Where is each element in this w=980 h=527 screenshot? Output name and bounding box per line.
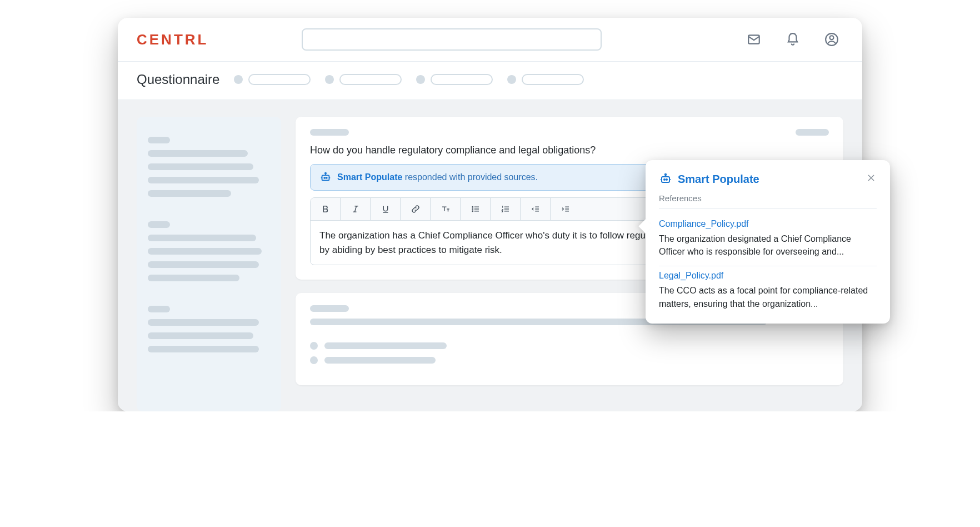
svg-point-12 [666, 179, 667, 180]
sp-rest: responded with provided sources. [402, 172, 538, 182]
card-placeholder [310, 305, 349, 312]
reference-excerpt: The organization designated a Chief Comp… [659, 232, 877, 258]
sidebar-item[interactable] [148, 163, 253, 170]
svg-point-6 [325, 173, 326, 174]
sp-label: Smart Populate [337, 172, 402, 182]
search-input[interactable] [302, 28, 602, 51]
link-button[interactable] [401, 198, 431, 220]
app-shell: CENTRL Questionnaire [118, 18, 862, 411]
references-label: References [659, 193, 877, 209]
sidebar-item[interactable] [148, 235, 256, 241]
sidebar-item[interactable] [148, 150, 248, 157]
robot-icon [319, 171, 332, 183]
sidebar-item[interactable] [148, 346, 259, 352]
mail-icon[interactable] [742, 28, 766, 51]
reference-item: Compliance_Policy.pdf The organization d… [659, 215, 877, 266]
step-indicator [507, 74, 584, 85]
sidebar-placeholder [148, 221, 170, 228]
close-button[interactable] [866, 172, 877, 186]
sidebar-item[interactable] [148, 332, 253, 339]
sidebar-placeholder [148, 306, 170, 312]
underline-button[interactable] [371, 198, 401, 220]
indent-button[interactable] [551, 198, 581, 220]
sidebar-placeholder [148, 137, 170, 143]
page-title: Questionnaire [137, 72, 219, 87]
sidebar [137, 117, 281, 411]
svg-point-5 [326, 177, 327, 178]
numbered-list-button[interactable] [491, 198, 521, 220]
sidebar-item[interactable] [148, 190, 231, 197]
bold-button[interactable] [311, 198, 341, 220]
sidebar-item[interactable] [148, 261, 259, 268]
step-indicator [416, 74, 493, 85]
reference-link[interactable]: Legal_Policy.pdf [659, 271, 723, 280]
bell-icon[interactable] [781, 28, 804, 51]
svg-point-11 [664, 179, 665, 180]
svg-point-13 [665, 174, 666, 175]
svg-point-2 [830, 36, 834, 39]
text-style-button[interactable] [431, 198, 461, 220]
sidebar-item[interactable] [148, 248, 262, 255]
sidebar-item[interactable] [148, 319, 259, 326]
sidebar-item[interactable] [148, 275, 239, 281]
italic-button[interactable] [341, 198, 371, 220]
subheader: Questionnaire [118, 62, 862, 100]
svg-point-8 [472, 208, 473, 210]
svg-point-9 [472, 211, 473, 212]
card-placeholder [796, 129, 829, 136]
card-placeholder [310, 129, 349, 136]
robot-icon [659, 172, 672, 186]
user-icon[interactable] [820, 28, 843, 51]
popover-title: Smart Populate [678, 173, 759, 186]
svg-point-4 [324, 177, 325, 178]
top-bar: CENTRL [118, 18, 862, 62]
sidebar-item[interactable] [148, 177, 259, 183]
smart-populate-popover: Smart Populate References Compliance_Pol… [646, 160, 890, 324]
outdent-button[interactable] [521, 198, 551, 220]
reference-item: Legal_Policy.pdf The CCO acts as a focal… [659, 266, 877, 310]
bullet-list-button[interactable] [461, 198, 491, 220]
step-indicator [234, 74, 311, 85]
question-text: How do you handle regulatory compliance … [310, 145, 829, 156]
brand-logo: CENTRL [137, 31, 208, 48]
reference-excerpt: The CCO acts as a focal point for compli… [659, 284, 877, 310]
option-placeholder [310, 356, 829, 364]
reference-link[interactable]: Compliance_Policy.pdf [659, 219, 749, 228]
step-indicator [325, 74, 402, 85]
svg-point-7 [472, 207, 473, 208]
option-placeholder [310, 342, 829, 350]
